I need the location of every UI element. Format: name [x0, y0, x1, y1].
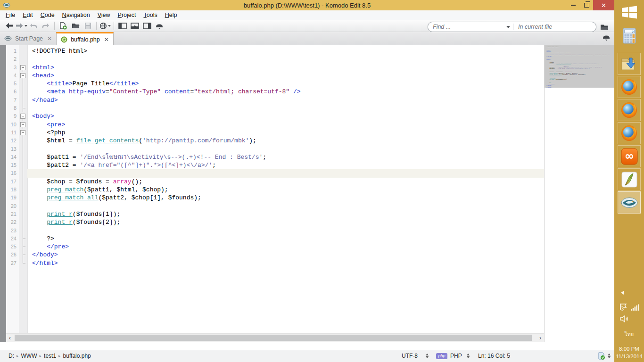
- code-line[interactable]: 15 $patt2 = '/<a href="([^"]+)".*>([^<]+…: [6, 161, 544, 169]
- code-line[interactable]: 1<!DOCTYPE html>: [6, 47, 544, 55]
- code-line[interactable]: 23: [6, 227, 544, 235]
- scroll-right-arrow[interactable]: [537, 334, 544, 342]
- tab-close-icon[interactable]: [47, 35, 52, 42]
- code-line[interactable]: 20: [6, 202, 544, 210]
- toggle-left-pane-button[interactable]: [116, 21, 129, 31]
- menu-help[interactable]: Help: [161, 11, 181, 19]
- new-file-button[interactable]: [57, 21, 69, 31]
- scroll-left-arrow[interactable]: [6, 334, 14, 342]
- menu-navigation[interactable]: Navigation: [58, 11, 94, 19]
- code-line[interactable]: 17 $chop = $founds = array();: [6, 178, 544, 186]
- fold-marker[interactable]: [19, 72, 27, 80]
- code-line[interactable]: 18 preg_match($patt1, $html, $chop);: [6, 186, 544, 194]
- tab-buffalo-php[interactable]: buffalo.php: [56, 32, 114, 45]
- action-center-flag-icon[interactable]: [619, 303, 627, 311]
- minimap[interactable]: <!DOCTYPE html> <html> <head> <title>Pag…: [544, 45, 614, 342]
- left-pane-splitter[interactable]: [0, 45, 6, 342]
- fold-marker[interactable]: [19, 129, 27, 137]
- downloads-folder-button[interactable]: [618, 53, 641, 75]
- encoding-spinner-icon[interactable]: [426, 354, 429, 359]
- forward-dropdown-caret[interactable]: [25, 25, 27, 27]
- syntax-check-icon[interactable]: [598, 352, 605, 360]
- breadcrumb-item[interactable]: WWW: [21, 353, 37, 359]
- find-scope-input[interactable]: In current file: [513, 24, 596, 30]
- forward-button[interactable]: [15, 21, 27, 31]
- language-indicator[interactable]: ไทย: [625, 330, 634, 338]
- code-line[interactable]: 3<html>: [6, 64, 544, 72]
- close-button[interactable]: [593, 0, 614, 10]
- undo-button[interactable]: [27, 21, 40, 31]
- clock-time[interactable]: 8:00 PM: [619, 346, 639, 352]
- language-spinner-icon[interactable]: [467, 354, 470, 359]
- code-line[interactable]: 19 preg_match_all($patt2, $chop[1], $fou…: [6, 194, 544, 202]
- code-editor[interactable]: 1<!DOCTYPE html>23<html>4<head>5 <title>…: [6, 45, 544, 333]
- fold-marker[interactable]: [19, 64, 27, 72]
- volume-icon[interactable]: [620, 315, 629, 322]
- horizontal-scrollbar[interactable]: [6, 333, 544, 342]
- breadcrumb-item[interactable]: buffalo.php: [63, 353, 91, 359]
- firefox-button-2[interactable]: [618, 99, 641, 121]
- code-line[interactable]: 7</head>: [6, 96, 544, 104]
- firefox-button-3[interactable]: [618, 122, 641, 144]
- code-line[interactable]: 9<body>: [6, 112, 544, 120]
- menu-code[interactable]: Code: [37, 11, 58, 19]
- menu-tools[interactable]: Tools: [140, 11, 161, 19]
- code-line[interactable]: 11 <?php: [6, 129, 544, 137]
- network-signal-icon[interactable]: [631, 304, 639, 311]
- restore-button[interactable]: [580, 0, 593, 10]
- calculator-button[interactable]: 0: [621, 27, 637, 44]
- toggle-bottom-pane-button[interactable]: [129, 21, 141, 31]
- komodo-taskbar-button[interactable]: [618, 191, 641, 214]
- find-history-caret[interactable]: [506, 26, 510, 28]
- code-line[interactable]: 24 ?>: [6, 235, 544, 243]
- clock-date[interactable]: 11/13/2014: [616, 354, 643, 359]
- apache-friends-button[interactable]: [618, 168, 641, 190]
- menu-edit[interactable]: Edit: [19, 11, 37, 19]
- back-button[interactable]: [3, 21, 15, 31]
- code-line[interactable]: 12 $html = file_get_contents('http://pan…: [6, 137, 544, 145]
- minimize-button[interactable]: [567, 0, 580, 10]
- code-line[interactable]: 21 print_r($founds[1]);: [6, 210, 544, 218]
- firefox-button-1[interactable]: [618, 76, 641, 98]
- syntax-check-spinner-icon[interactable]: [608, 354, 611, 359]
- preview-browser-button[interactable]: [99, 21, 111, 31]
- code-line[interactable]: 2: [6, 55, 544, 63]
- code-line[interactable]: 14 $patt1 = '/End\sโฆษณา\sActivity\s-->(…: [6, 153, 544, 161]
- find-in-files-icon[interactable]: [600, 24, 609, 31]
- code-line[interactable]: 13: [6, 145, 544, 153]
- scrollbar-thumb[interactable]: [15, 335, 532, 341]
- encoding-indicator[interactable]: UTF-8: [402, 353, 418, 359]
- tab-start-page[interactable]: Start Page: [0, 32, 56, 45]
- language-indicator[interactable]: PHP: [450, 353, 462, 359]
- code-line[interactable]: 6 <meta http-equiv="Content-Type" conten…: [6, 88, 544, 96]
- scrollbar-track[interactable]: [14, 335, 536, 341]
- code-line[interactable]: 27</html>: [6, 259, 544, 267]
- code-line[interactable]: 16: [6, 169, 544, 177]
- toggle-right-pane-button[interactable]: [141, 21, 153, 31]
- code-line[interactable]: 26</body>: [6, 251, 544, 259]
- show-hidden-icons-arrow[interactable]: [621, 291, 624, 295]
- redo-button[interactable]: [40, 21, 52, 31]
- code-line[interactable]: 25 </pre>: [6, 243, 544, 251]
- tab-close-icon[interactable]: [104, 36, 109, 43]
- title-bar[interactable]: buffalo.php (D:\WWW\test1) - Komodo Edit…: [0, 0, 614, 10]
- breadcrumb[interactable]: D:WWWtest1buffalo.php: [8, 353, 93, 359]
- fold-marker[interactable]: [19, 112, 27, 120]
- menu-file[interactable]: File: [2, 11, 19, 19]
- code-line[interactable]: 22 print_r($founds[2]);: [6, 218, 544, 226]
- code-line[interactable]: 4<head>: [6, 72, 544, 80]
- start-button[interactable]: [620, 5, 638, 20]
- save-button[interactable]: [82, 21, 94, 31]
- find-input[interactable]: Find ...: [428, 24, 504, 30]
- toolbox-button[interactable]: [153, 21, 165, 31]
- menu-project[interactable]: Project: [114, 11, 140, 19]
- code-line[interactable]: 8: [6, 104, 544, 112]
- breadcrumb-item[interactable]: test1: [44, 353, 56, 359]
- open-file-button[interactable]: [69, 21, 82, 31]
- code-line[interactable]: 5 <title>Page Title</title>: [6, 80, 544, 88]
- xampp-button[interactable]: ∞: [618, 145, 641, 167]
- fold-marker[interactable]: [19, 121, 27, 129]
- breadcrumb-item[interactable]: D:: [8, 353, 14, 359]
- preview-dropdown-caret[interactable]: [108, 25, 111, 27]
- code-line[interactable]: 10 <pre>: [6, 121, 544, 129]
